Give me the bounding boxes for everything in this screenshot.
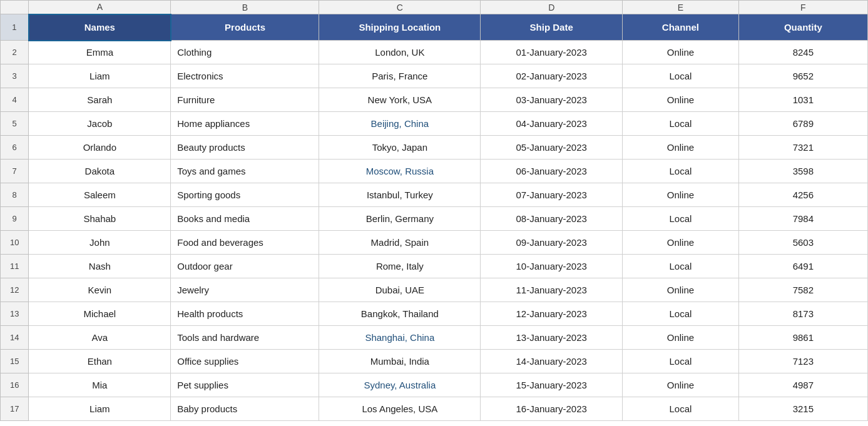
cell-quantity[interactable]: 7321 — [738, 136, 867, 160]
col-quantity-header[interactable]: Quantity — [738, 14, 867, 41]
cell-ship-date[interactable]: 09-January-2023 — [481, 231, 623, 255]
cell-location[interactable]: Shanghai, China — [319, 326, 481, 350]
cell-name[interactable]: Orlando — [29, 136, 171, 160]
cell-location[interactable]: Beijing, China — [319, 112, 481, 136]
cell-name[interactable]: Emma — [29, 41, 171, 64]
cell-location[interactable]: London, UK — [319, 41, 481, 64]
cell-product[interactable]: Tools and hardware — [171, 326, 319, 350]
cell-quantity[interactable]: 4256 — [738, 183, 867, 207]
cell-ship-date[interactable]: 02-January-2023 — [481, 64, 623, 88]
cell-ship-date[interactable]: 15-January-2023 — [481, 373, 623, 397]
cell-ship-date[interactable]: 14-January-2023 — [481, 350, 623, 373]
cell-ship-date[interactable]: 13-January-2023 — [481, 326, 623, 350]
cell-channel[interactable]: Online — [623, 373, 739, 397]
cell-product[interactable]: Beauty products — [171, 136, 319, 160]
cell-location[interactable]: Los Angeles, USA — [319, 397, 481, 421]
cell-quantity[interactable]: 6491 — [738, 255, 867, 278]
cell-name[interactable]: John — [29, 231, 171, 255]
cell-product[interactable]: Home appliances — [171, 112, 319, 136]
col-header-d[interactable]: D — [481, 1, 623, 14]
col-shipping-header[interactable]: Shipping Location — [319, 14, 481, 41]
col-header-b[interactable]: B — [171, 1, 319, 14]
cell-name[interactable]: Liam — [29, 397, 171, 421]
cell-name[interactable]: Dakota — [29, 160, 171, 183]
col-header-a[interactable]: A — [29, 1, 171, 14]
cell-quantity[interactable]: 9861 — [738, 326, 867, 350]
cell-location[interactable]: Tokyo, Japan — [319, 136, 481, 160]
cell-channel[interactable]: Local — [623, 255, 739, 278]
cell-quantity[interactable]: 8245 — [738, 41, 867, 64]
cell-location[interactable]: Bangkok, Thailand — [319, 302, 481, 326]
cell-channel[interactable]: Online — [623, 231, 739, 255]
cell-location[interactable]: Mumbai, India — [319, 350, 481, 373]
col-header-e[interactable]: E — [623, 1, 739, 14]
cell-quantity[interactable]: 9652 — [738, 64, 867, 88]
col-header-f[interactable]: F — [738, 1, 867, 14]
cell-name[interactable]: Saleem — [29, 183, 171, 207]
cell-channel[interactable]: Online — [623, 136, 739, 160]
cell-ship-date[interactable]: 11-January-2023 — [481, 278, 623, 302]
cell-quantity[interactable]: 7582 — [738, 278, 867, 302]
cell-ship-date[interactable]: 03-January-2023 — [481, 88, 623, 112]
cell-product[interactable]: Furniture — [171, 88, 319, 112]
cell-channel[interactable]: Online — [623, 88, 739, 112]
cell-product[interactable]: Outdoor gear — [171, 255, 319, 278]
cell-channel[interactable]: Online — [623, 183, 739, 207]
cell-quantity[interactable]: 7123 — [738, 350, 867, 373]
col-names-header[interactable]: Names — [29, 14, 171, 41]
cell-name[interactable]: Ethan — [29, 350, 171, 373]
cell-name[interactable]: Michael — [29, 302, 171, 326]
cell-channel[interactable]: Local — [623, 160, 739, 183]
cell-channel[interactable]: Local — [623, 207, 739, 231]
cell-location[interactable]: Sydney, Australia — [319, 373, 481, 397]
cell-product[interactable]: Clothing — [171, 41, 319, 64]
cell-product[interactable]: Baby products — [171, 397, 319, 421]
cell-product[interactable]: Sporting goods — [171, 183, 319, 207]
cell-location[interactable]: Dubai, UAE — [319, 278, 481, 302]
cell-product[interactable]: Books and media — [171, 207, 319, 231]
cell-location[interactable]: Rome, Italy — [319, 255, 481, 278]
cell-location[interactable]: New York, USA — [319, 88, 481, 112]
cell-name[interactable]: Liam — [29, 64, 171, 88]
cell-quantity[interactable]: 3598 — [738, 160, 867, 183]
cell-ship-date[interactable]: 05-January-2023 — [481, 136, 623, 160]
cell-channel[interactable]: Local — [623, 302, 739, 326]
cell-product[interactable]: Pet supplies — [171, 373, 319, 397]
cell-channel[interactable]: Online — [623, 326, 739, 350]
col-products-header[interactable]: Products — [171, 14, 319, 41]
col-shipdate-header[interactable]: Ship Date — [481, 14, 623, 41]
cell-ship-date[interactable]: 08-January-2023 — [481, 207, 623, 231]
cell-ship-date[interactable]: 01-January-2023 — [481, 41, 623, 64]
cell-ship-date[interactable]: 06-January-2023 — [481, 160, 623, 183]
cell-quantity[interactable]: 6789 — [738, 112, 867, 136]
cell-name[interactable]: Mia — [29, 373, 171, 397]
cell-quantity[interactable]: 5603 — [738, 231, 867, 255]
cell-ship-date[interactable]: 07-January-2023 — [481, 183, 623, 207]
cell-name[interactable]: Kevin — [29, 278, 171, 302]
col-channel-header[interactable]: Channel — [623, 14, 739, 41]
cell-ship-date[interactable]: 16-January-2023 — [481, 397, 623, 421]
cell-channel[interactable]: Online — [623, 278, 739, 302]
cell-product[interactable]: Food and beverages — [171, 231, 319, 255]
cell-quantity[interactable]: 3215 — [738, 397, 867, 421]
cell-product[interactable]: Toys and games — [171, 160, 319, 183]
cell-location[interactable]: Berlin, Germany — [319, 207, 481, 231]
cell-product[interactable]: Health products — [171, 302, 319, 326]
cell-channel[interactable]: Local — [623, 397, 739, 421]
cell-location[interactable]: Moscow, Russia — [319, 160, 481, 183]
cell-quantity[interactable]: 1031 — [738, 88, 867, 112]
cell-channel[interactable]: Local — [623, 350, 739, 373]
cell-name[interactable]: Ava — [29, 326, 171, 350]
cell-name[interactable]: Shahab — [29, 207, 171, 231]
cell-quantity[interactable]: 7984 — [738, 207, 867, 231]
cell-name[interactable]: Sarah — [29, 88, 171, 112]
cell-channel[interactable]: Local — [623, 64, 739, 88]
cell-channel[interactable]: Online — [623, 41, 739, 64]
cell-quantity[interactable]: 8173 — [738, 302, 867, 326]
cell-ship-date[interactable]: 04-January-2023 — [481, 112, 623, 136]
cell-product[interactable]: Office supplies — [171, 350, 319, 373]
cell-quantity[interactable]: 4987 — [738, 373, 867, 397]
cell-channel[interactable]: Local — [623, 112, 739, 136]
cell-product[interactable]: Electronics — [171, 64, 319, 88]
cell-location[interactable]: Paris, France — [319, 64, 481, 88]
